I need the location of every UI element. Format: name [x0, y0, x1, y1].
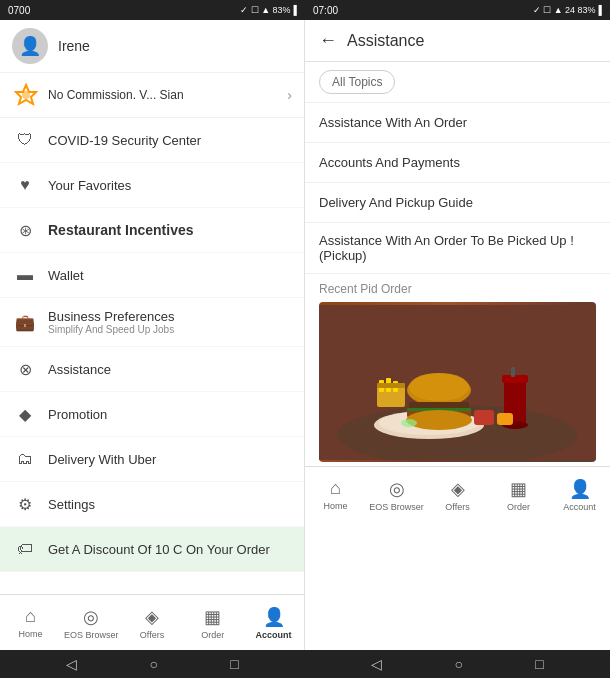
svg-point-13 [409, 373, 469, 401]
menu-item-settings[interactable]: ⚙ Settings [0, 482, 304, 527]
account-icon: 👤 [263, 606, 285, 628]
menu-item-incentives-content: Restaurant Incentives [48, 222, 194, 238]
menu-item-assistance-content: Assistance [48, 362, 111, 377]
menu-item-covid-content: COVID-19 Security Center [48, 133, 201, 148]
promotion-icon: ◆ [14, 403, 36, 425]
home-system-button[interactable]: ○ [150, 656, 158, 672]
menu-item-wallet[interactable]: ▬ Wallet [0, 253, 304, 298]
help-topic-accounts-text: Accounts And Payments [319, 155, 460, 170]
back-button[interactable]: ← [319, 30, 337, 51]
recent-order-title: Recent Pid Order [319, 282, 596, 296]
recent-order-section: Recent Pid Order [305, 274, 610, 466]
left-icons: ✓ ☐ ▲ 83%▐ [240, 5, 297, 15]
menu-item-covid[interactable]: 🛡 COVID-19 Security Center [0, 118, 304, 163]
right-home-icon: ⌂ [330, 478, 341, 499]
menu-item-settings-label: Settings [48, 497, 95, 512]
delivery-icon: 🗂 [14, 448, 36, 470]
right-nav-item-offers[interactable]: ◈ Offers [427, 472, 488, 518]
left-time: 0700 [8, 5, 30, 16]
commission-icon [12, 81, 40, 109]
right-browser-icon: ◎ [389, 478, 405, 500]
right-account-icon: 👤 [569, 478, 591, 500]
menu-item-business[interactable]: 💼 Business Preferences Simplify And Spee… [0, 298, 304, 347]
help-topic-pickup-text: Assistance With An Order To Be Picked Up… [319, 233, 574, 248]
help-icon: ⊗ [14, 358, 36, 380]
menu-item-promotion-label: Promotion [48, 407, 107, 422]
nav-item-home[interactable]: ⌂ Home [0, 600, 61, 645]
svg-point-1 [22, 91, 30, 99]
wallet-icon: ▬ [14, 264, 36, 286]
menu-item-favorites[interactable]: ♥ Your Favorites [0, 163, 304, 208]
recents-system-button-r[interactable]: □ [535, 656, 543, 672]
menu-item-incentives[interactable]: ⊛ Restaurant Incentives [0, 208, 304, 253]
right-nav-home-label: Home [323, 501, 347, 511]
menu-item-discount-content: Get A Discount Of 10 C On Your Order [48, 542, 270, 557]
menu-item-discount-label: Get A Discount Of 10 C On Your Order [48, 542, 270, 557]
home-system-button-r[interactable]: ○ [455, 656, 463, 672]
help-topic-accounts[interactable]: Accounts And Payments [305, 143, 610, 183]
nav-item-order-label: Order [201, 630, 224, 640]
left-bottom-nav-items: ⌂ Home ◎ EOS Browser ◈ Offers ▦ Order 👤 [0, 600, 304, 646]
status-bar: 0700 ✓ ☐ ▲ 83%▐ 07:00 ✓ ☐ ▲ 24 83%▐ [0, 0, 610, 20]
menu-item-incentives-label: Restaurant Incentives [48, 222, 194, 238]
right-system-nav: ◁ ○ □ [305, 656, 610, 672]
help-topic-pickup-line2: (Pickup) [319, 248, 596, 263]
right-nav-item-order[interactable]: ▦ Order [488, 472, 549, 518]
svg-rect-23 [497, 413, 513, 425]
nav-item-browser[interactable]: ◎ EOS Browser [61, 600, 122, 646]
right-nav-offers-label: Offers [445, 502, 469, 512]
right-nav-item-home[interactable]: ⌂ Home [305, 472, 366, 517]
menu-item-promotion[interactable]: ◆ Promotion [0, 392, 304, 437]
left-header: 👤 Irene [0, 20, 304, 73]
nav-item-browser-label: EOS Browser [64, 630, 119, 640]
svg-rect-19 [502, 375, 528, 383]
menu-item-promotion-content: Promotion [48, 407, 107, 422]
menu-item-assistance[interactable]: ⊗ Assistance [0, 347, 304, 392]
menu-item-covid-label: COVID-19 Security Center [48, 133, 201, 148]
right-nav-browser-label: EOS Browser [369, 502, 424, 512]
svg-point-24 [401, 419, 417, 427]
help-topic-delivery-text: Delivery And Pickup Guide [319, 195, 473, 210]
left-system-nav: ◁ ○ □ [0, 656, 305, 672]
menu-item-discount[interactable]: 🏷 Get A Discount Of 10 C On Your Order [0, 527, 304, 572]
menu-list: 🛡 COVID-19 Security Center ♥ Your Favori… [0, 118, 304, 594]
svg-point-17 [406, 410, 472, 430]
tag-icon: 🏷 [14, 538, 36, 560]
right-nav-item-browser[interactable]: ◎ EOS Browser [366, 472, 427, 518]
browser-icon: ◎ [83, 606, 99, 628]
right-panel: ← Assistance All Topics Assistance With … [305, 20, 610, 650]
avatar[interactable]: 👤 [12, 28, 48, 64]
right-nav-item-account[interactable]: 👤 Account [549, 472, 610, 518]
recents-system-button[interactable]: □ [230, 656, 238, 672]
recent-order-image[interactable] [319, 302, 596, 462]
briefcase-icon: 💼 [14, 311, 36, 333]
nav-item-order[interactable]: ▦ Order [182, 600, 243, 646]
help-topic-delivery[interactable]: Delivery And Pickup Guide [305, 183, 610, 223]
left-bottom-nav: ⌂ Home ◎ EOS Browser ◈ Offers ▦ Order 👤 [0, 594, 304, 650]
order-icon: ▦ [204, 606, 221, 628]
nav-item-account[interactable]: 👤 Account [243, 600, 304, 646]
help-topic-order[interactable]: Assistance With An Order [305, 103, 610, 143]
star-icon: ⊛ [14, 219, 36, 241]
back-system-button[interactable]: ◁ [66, 656, 77, 672]
status-bar-left: 0700 ✓ ☐ ▲ 83%▐ [0, 0, 305, 20]
all-topics-chip[interactable]: All Topics [319, 70, 395, 94]
food-image [319, 302, 596, 462]
menu-item-delivery-content: Delivery With Uber [48, 452, 156, 467]
nav-item-offers-label: Offers [140, 630, 164, 640]
help-topic-pickup[interactable]: Assistance With An Order To Be Picked Up… [305, 223, 610, 274]
commission-text: No Commission. V... Sian [48, 88, 287, 102]
back-system-button-r[interactable]: ◁ [371, 656, 382, 672]
offers-icon: ◈ [145, 606, 159, 628]
menu-item-wallet-content: Wallet [48, 268, 84, 283]
menu-item-favorites-label: Your Favorites [48, 178, 131, 193]
menu-item-business-sublabel: Simplify And Speed Up Jobs [48, 324, 174, 335]
svg-rect-20 [511, 367, 515, 377]
main-container: 👤 Irene No Commission. V... Sian › 🛡 COV… [0, 20, 610, 650]
commission-banner[interactable]: No Commission. V... Sian › [0, 73, 304, 118]
right-header: ← Assistance [305, 20, 610, 62]
menu-item-delivery[interactable]: 🗂 Delivery With Uber [0, 437, 304, 482]
user-name: Irene [58, 38, 90, 54]
nav-item-offers[interactable]: ◈ Offers [122, 600, 183, 646]
right-bottom-nav: ⌂ Home ◎ EOS Browser ◈ Offers ▦ Order 👤 … [305, 466, 610, 522]
